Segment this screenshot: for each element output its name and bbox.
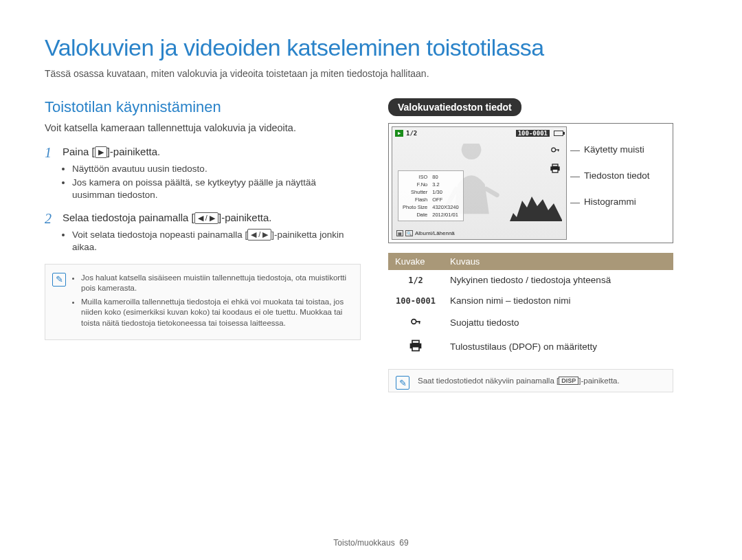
- lock-icon: [409, 316, 422, 327]
- screen-inner: ▶ 1/2 100-0001: [392, 126, 567, 240]
- icon-desc-table: Kuvake Kuvaus 1/2 Nykyinen tiedosto / ti…: [388, 253, 673, 359]
- nav-keys-icon: ◀ / ▶: [247, 229, 271, 240]
- note-list: Jos haluat katsella sisäiseen muistiin t…: [73, 273, 352, 329]
- screen-preview: ▶ 1/2 100-0001: [388, 123, 673, 243]
- b-pre: Voit selata tiedostoja nopeasti painamal…: [72, 229, 247, 240]
- zoom-btn-icon: ▦: [396, 230, 403, 236]
- step-2: 2 Selaa tiedostoja painamalla [◀ / ▶]-pa…: [45, 211, 361, 226]
- page: Valokuvien ja videoiden katseleminen toi…: [0, 0, 742, 560]
- note-post: ]-painiketta.: [578, 377, 619, 385]
- lock-icon: [550, 145, 560, 157]
- icon-cell: 100-0001: [388, 291, 443, 311]
- info-row: ISO80: [403, 174, 459, 180]
- section-lead: Voit katsella kameraan tallennettuja val…: [45, 122, 361, 135]
- bullet: Näyttöön avautuu uusin tiedosto.: [72, 163, 361, 175]
- info-badge: Valokuvatiedoston tiedot: [388, 98, 521, 116]
- note-item: Muilla kameroilla tallennettuja tiedosto…: [81, 297, 352, 329]
- icon-cell-key: [388, 311, 443, 335]
- file-group: 100-0001: [516, 130, 563, 137]
- zoom-btn-icon: 🔍: [405, 230, 413, 236]
- table-row: 100-0001 Kansion nimi – tiedoston nimi: [388, 291, 673, 311]
- table-row: Suojattu tiedosto: [388, 311, 673, 335]
- info-row: F.No3.2: [403, 181, 459, 188]
- callout-histogram: Histogrammi: [574, 197, 650, 207]
- callout-list: Käytetty muisti Tiedoston tiedot Histogr…: [574, 124, 650, 243]
- desc-cell: Kansion nimi – tiedoston nimi: [443, 291, 673, 311]
- info-row: Photo Size4320X3240: [403, 204, 459, 210]
- right-column: Valokuvatiedoston tiedot ▶ 1/2 100-0001: [388, 98, 697, 392]
- table-row: Tulostustilaus (DPOF) on määritetty: [388, 335, 673, 359]
- screen-footer-text: Albumi/Lähennä: [415, 230, 455, 236]
- intro-text: Tässä osassa kuvataan, miten valokuvia j…: [45, 68, 697, 79]
- left-column: Toistotilan käynnistäminen Voit katsella…: [45, 98, 361, 392]
- note-box: ✎ Jos haluat katsella sisäiseen muistiin…: [45, 264, 361, 341]
- histogram-icon: [510, 194, 562, 221]
- play-key-icon: ▶: [95, 146, 107, 158]
- nav-keys-icon: ◀ / ▶: [194, 212, 218, 224]
- file-counter: 1/2: [406, 130, 417, 137]
- table-header-row: Kuvake Kuvaus: [388, 253, 673, 270]
- svg-rect-8: [419, 321, 420, 324]
- step-1: 1 Paina [▶]-painiketta.: [45, 145, 361, 160]
- desc-cell: Nykyinen tiedosto / tiedostoja yhteensä: [443, 270, 673, 291]
- step1-pre: Paina [: [63, 146, 95, 157]
- columns: Toistotilan käynnistäminen Voit katsella…: [45, 98, 697, 392]
- info-row: FlashOFF: [403, 197, 459, 203]
- note-box-right: ✎ Saat tiedostotiedot näkyviin painamall…: [388, 369, 673, 392]
- note-pre: Saat tiedostotiedot näkyviin painamalla …: [418, 377, 559, 385]
- battery-icon: [554, 131, 563, 136]
- info-table: ISO80 F.No3.2 Shutter1/30 FlashOFF Photo…: [401, 172, 460, 219]
- note-item: Jos haluat katsella sisäiseen muistiin t…: [81, 273, 352, 294]
- screen-info-panel: ISO80 F.No3.2 Shutter1/30 FlashOFF Photo…: [398, 170, 464, 221]
- svg-rect-5: [552, 169, 558, 172]
- screen-footer: ▦🔍 Albumi/Lähennä: [396, 230, 455, 236]
- note-icon: ✎: [52, 273, 66, 287]
- desc-cell: Suojattu tiedosto: [443, 311, 673, 335]
- step2-post: ]-painiketta.: [218, 212, 272, 223]
- bullet: Voit selata tiedostoja nopeasti painamal…: [72, 229, 361, 254]
- svg-rect-11: [412, 347, 419, 351]
- screen-top-bar: ▶ 1/2 100-0001: [395, 130, 563, 137]
- svg-point-0: [552, 148, 556, 152]
- disp-key-icon: DISP: [559, 377, 578, 385]
- footer-page: 69: [399, 538, 408, 548]
- th-desc: Kuvaus: [443, 253, 673, 270]
- step1-post: ]-painiketta.: [107, 146, 161, 157]
- svg-rect-10: [412, 341, 419, 344]
- step-number: 1: [45, 145, 63, 160]
- screen-side-icons: [550, 145, 561, 175]
- counter-group: ▶ 1/2: [395, 130, 417, 137]
- footer-section: Toisto/muokkaus: [333, 538, 394, 548]
- step2-bullets: Voit selata tiedostoja nopeasti painamal…: [72, 229, 361, 254]
- step-text: Paina [▶]-painiketta.: [63, 145, 160, 160]
- note-icon: ✎: [396, 376, 409, 390]
- step2-pre: Selaa tiedostoja painamalla [: [63, 212, 194, 223]
- callout-memory: Käytetty muisti: [574, 144, 650, 155]
- section-heading: Toistotilan käynnistäminen: [45, 98, 361, 116]
- step1-bullets: Näyttöön avautuu uusin tiedosto. Jos kam…: [72, 163, 361, 202]
- play-icon: ▶: [395, 130, 403, 137]
- svg-rect-4: [552, 164, 558, 166]
- printer-icon: [409, 339, 423, 352]
- icon-cell: 1/2: [388, 270, 443, 291]
- desc-cell: Tulostustilaus (DPOF) on määritetty: [443, 335, 673, 359]
- page-footer: Toisto/muokkaus 69: [0, 538, 742, 548]
- icon-cell-printer: [388, 335, 443, 359]
- th-icon: Kuvake: [388, 253, 443, 270]
- svg-rect-2: [558, 149, 559, 151]
- table-row: 1/2 Nykyinen tiedosto / tiedostoja yhtee…: [388, 270, 673, 291]
- info-row: Shutter1/30: [403, 189, 459, 195]
- step-text: Selaa tiedostoja painamalla [◀ / ▶]-pain…: [63, 211, 272, 226]
- bullet: Jos kamera on poissa päältä, se kytkeyty…: [72, 177, 361, 201]
- callout-fileinfo: Tiedoston tiedot: [574, 170, 650, 181]
- file-number: 100-0001: [516, 130, 550, 137]
- printer-icon: [550, 164, 561, 175]
- info-row: Date2012/01/01: [403, 212, 459, 218]
- page-title: Valokuvien ja videoiden katseleminen toi…: [45, 34, 697, 61]
- step-number: 2: [45, 211, 63, 226]
- svg-point-6: [412, 320, 416, 324]
- note-text: Saat tiedostotiedot näkyviin painamalla …: [418, 377, 666, 385]
